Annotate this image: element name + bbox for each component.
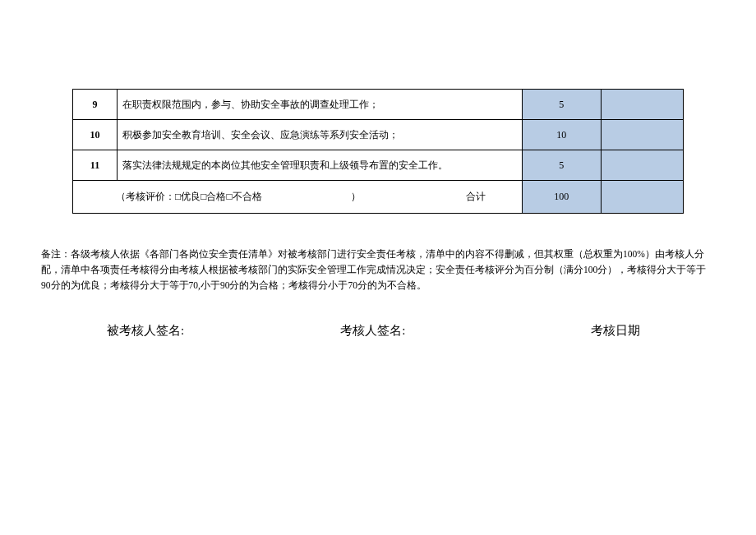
row-number: 9 xyxy=(73,90,118,120)
row-description: 积极参加安全教育培训、安全会议、应急演练等系列安全活动； xyxy=(118,120,523,150)
notes-text: 备注：各级考核人依据《各部门各岗位安全责任清单》对被考核部门进行安全责任考核，清… xyxy=(41,247,715,293)
assessment-table: 9在职责权限范围内，参与、协助安全事故的调查处理工作；510积极参加安全教育培训… xyxy=(72,89,684,214)
row-score: 5 xyxy=(522,150,601,181)
assessment-date-label: 考核日期 xyxy=(591,323,640,339)
row-empty xyxy=(601,150,683,181)
table-row: 10积极参加安全教育培训、安全会议、应急演练等系列安全活动；10 xyxy=(73,120,684,150)
row-score: 10 xyxy=(522,120,601,150)
total-score: 100 xyxy=(522,181,601,214)
total-label: 合计 xyxy=(466,190,486,204)
table-row: 11落实法律法规规定的本岗位其他安全管理职责和上级领导布置的安全工作。5 xyxy=(73,150,684,181)
table-row: 9在职责权限范围内，参与、协助安全事故的调查处理工作；5 xyxy=(73,90,684,120)
row-number: 10 xyxy=(73,120,118,150)
evaluation-row: （考核评价：□优良□合格□不合格）合计100 xyxy=(73,181,684,214)
evaluation-cell: （考核评价：□优良□合格□不合格）合计 xyxy=(73,181,523,214)
row-description: 落实法律法规规定的本岗位其他安全管理职责和上级领导布置的安全工作。 xyxy=(118,150,523,181)
evaluation-close: ） xyxy=(351,191,361,202)
document-page: 9在职责权限范围内，参与、协助安全事故的调查处理工作；510积极参加安全教育培训… xyxy=(0,89,756,339)
assessor-signature-label: 考核人签名: xyxy=(340,323,405,339)
row-number: 11 xyxy=(73,150,118,181)
row-empty xyxy=(601,90,683,120)
evaluation-label: （考核评价：□优良□合格□不合格 xyxy=(116,191,262,202)
row-score: 5 xyxy=(522,90,601,120)
signature-row: 被考核人签名: 考核人签名: 考核日期 xyxy=(0,323,756,339)
assessee-signature-label: 被考核人签名: xyxy=(107,323,184,339)
row-description: 在职责权限范围内，参与、协助安全事故的调查处理工作； xyxy=(118,90,523,120)
row-empty xyxy=(601,120,683,150)
assessment-table-container: 9在职责权限范围内，参与、协助安全事故的调查处理工作；510积极参加安全教育培训… xyxy=(72,89,684,214)
total-empty xyxy=(601,181,683,214)
